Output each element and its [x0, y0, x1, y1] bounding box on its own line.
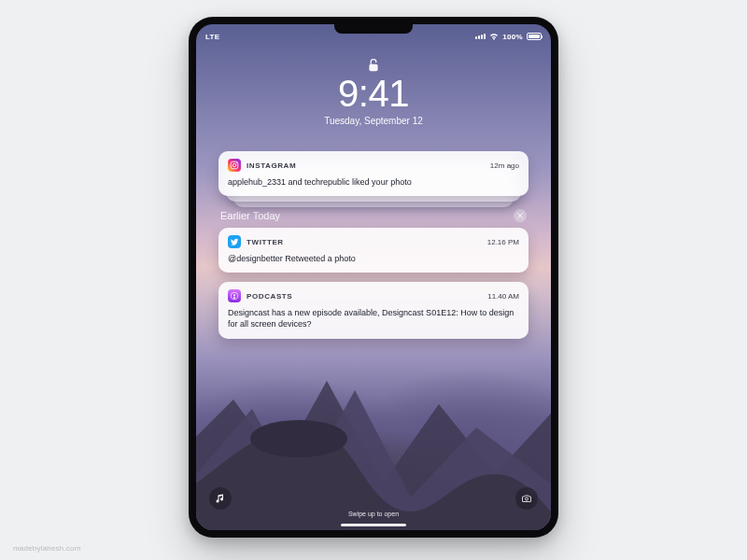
- notification-body: @designbetter Retweeted a photo: [228, 253, 519, 264]
- battery-icon: [527, 33, 542, 40]
- battery-percent: 100%: [502, 33, 523, 41]
- notification-list: INSTAGRAM 12m ago applehub_2331 and tech…: [218, 151, 529, 352]
- notification-body: Designcast has a new episode available, …: [228, 307, 519, 329]
- home-indicator[interactable]: [341, 524, 406, 526]
- watermark: madebylahesh.com: [13, 544, 81, 553]
- notification-time: 11.40 AM: [487, 292, 519, 301]
- svg-point-6: [233, 294, 235, 296]
- svg-rect-2: [231, 161, 238, 169]
- close-icon: [517, 213, 523, 218]
- notification-app-name: TWITTER: [247, 238, 284, 246]
- svg-point-3: [233, 163, 236, 167]
- camera-icon: [521, 493, 532, 504]
- section-title: Earlier Today: [220, 210, 280, 221]
- wallpaper-layer: [196, 343, 551, 530]
- notification-app-name: INSTAGRAM: [247, 161, 296, 170]
- twitter-icon: [228, 235, 241, 248]
- notification-stack[interactable]: TWITTER 12.16 PM @designbetter Retweeted…: [218, 228, 529, 273]
- clock-time: 9:41: [196, 75, 551, 112]
- notification-app-name: PODCASTS: [247, 292, 292, 301]
- svg-point-4: [236, 162, 237, 163]
- wallpaper-layer: [196, 371, 551, 530]
- notification-card[interactable]: INSTAGRAM 12m ago applehub_2331 and tech…: [218, 151, 529, 196]
- notification-time: 12.16 PM: [487, 238, 519, 246]
- tablet-device-frame: LTE 100% 9:41 Tuesday, September: [189, 17, 558, 538]
- notification-card[interactable]: TWITTER 12.16 PM @designbetter Retweeted…: [218, 228, 529, 273]
- lock-screen[interactable]: LTE 100% 9:41 Tuesday, September: [196, 24, 551, 530]
- notification-body: applehub_2331 and techrepublic liked you…: [228, 176, 519, 188]
- notification-card[interactable]: PODCASTS 11.40 AM Designcast has a new e…: [218, 282, 529, 338]
- status-bar: LTE 100%: [205, 30, 542, 43]
- svg-rect-1: [369, 64, 377, 71]
- instagram-icon: [228, 159, 241, 172]
- wifi-icon: [489, 33, 499, 40]
- clock-date: Tuesday, September 12: [196, 116, 551, 126]
- svg-point-0: [250, 420, 347, 457]
- flashlight-button[interactable]: [209, 487, 232, 510]
- music-note-icon: [215, 493, 226, 504]
- notification-stack[interactable]: PODCASTS 11.40 AM Designcast has a new e…: [218, 282, 529, 338]
- clear-section-button[interactable]: [514, 209, 527, 222]
- notification-stack[interactable]: INSTAGRAM 12m ago applehub_2331 and tech…: [218, 151, 529, 196]
- swipe-hint: Swipe up to open: [196, 511, 551, 517]
- signal-icon: [475, 34, 486, 39]
- wallpaper-layer: [196, 325, 551, 530]
- podcasts-icon: [228, 289, 241, 302]
- notification-time: 12m ago: [490, 161, 519, 170]
- svg-point-7: [526, 497, 529, 500]
- carrier-label: LTE: [205, 33, 219, 41]
- camera-button[interactable]: [515, 487, 538, 510]
